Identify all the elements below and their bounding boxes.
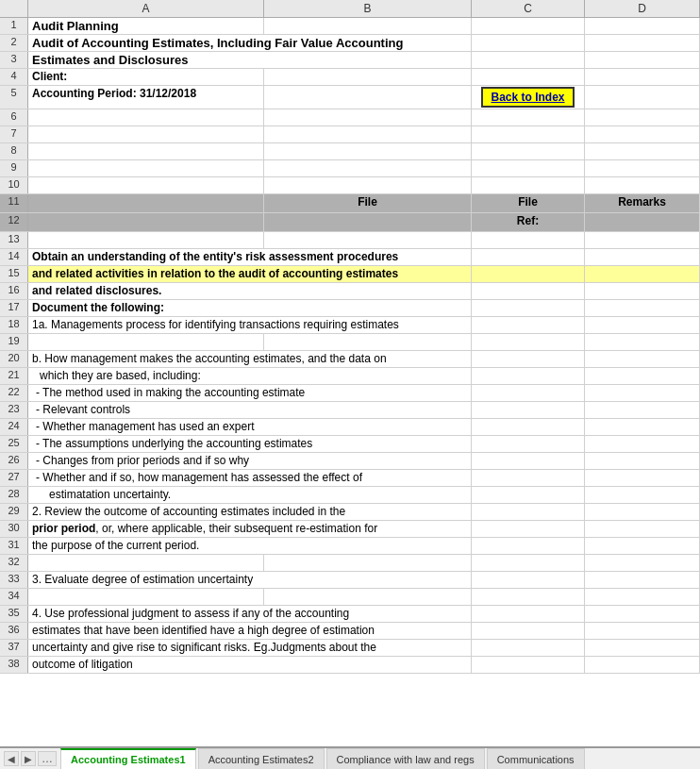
row-num-16: 16 — [0, 283, 28, 299]
cell-26a: - Changes from prior periods and if so w… — [28, 453, 472, 469]
cell-7a — [28, 126, 264, 142]
cell-2c — [472, 35, 585, 51]
row-num-3: 3 — [0, 52, 28, 68]
cell-18d — [585, 317, 700, 333]
row-num-11: 11 — [0, 194, 28, 212]
row-33: 33 3. Evaluate degree of estimation unce… — [0, 572, 700, 589]
cell-35d — [585, 606, 700, 622]
tab-prev-arrow[interactable]: ◀ — [4, 751, 19, 766]
row-36: 36 estimates that have been identified h… — [0, 623, 700, 640]
cell-19a — [28, 334, 264, 350]
row-23: 23 - Relevant controls — [0, 402, 700, 419]
row-num-35: 35 — [0, 606, 28, 622]
cell-12c: Ref: — [472, 213, 585, 231]
cell-2d — [585, 35, 700, 51]
cell-31d — [585, 538, 700, 554]
cell-31a: the purpose of the current period. — [28, 538, 472, 554]
cell-33d — [585, 572, 700, 588]
cell-9d — [585, 160, 700, 176]
cell-26c — [472, 453, 585, 469]
cell-25c — [472, 436, 585, 452]
cell-5d — [585, 86, 700, 109]
col-header-c: C — [472, 0, 585, 17]
cell-24d — [585, 419, 700, 435]
cell-30a: prior period, or, where applicable, thei… — [28, 521, 472, 537]
tab-accounting-estimates1[interactable]: Accounting Estimates1 — [60, 748, 196, 769]
cell-36a: estimates that have been identified have… — [28, 623, 472, 639]
row-24: 24 - Whether management has used an expe… — [0, 419, 700, 436]
cell-34b — [264, 589, 472, 605]
row-38: 38 outcome of litigation — [0, 657, 700, 674]
tab-more-dots[interactable]: … — [38, 751, 57, 766]
cell-28d — [585, 487, 700, 503]
cell-3c — [472, 52, 585, 68]
cell-15d — [585, 266, 700, 282]
cell-1b — [264, 18, 472, 34]
cell-7d — [585, 126, 700, 142]
row-31: 31 the purpose of the current period. — [0, 538, 700, 555]
row-num-1: 1 — [0, 18, 28, 34]
cell-33a: 3. Evaluate degree of estimation uncerta… — [28, 572, 472, 588]
row-num-31: 31 — [0, 538, 28, 554]
cell-22a: - The method used in making the accounti… — [28, 385, 472, 401]
tab-communications[interactable]: Communications — [487, 748, 585, 769]
cell-13b — [264, 232, 472, 248]
row-num-21: 21 — [0, 368, 28, 384]
cell-29c — [472, 504, 585, 520]
cell-9b — [264, 160, 472, 176]
cell-6a — [28, 109, 264, 125]
tab-compliance[interactable]: Compliance with law and regs — [326, 748, 485, 769]
cell-23c — [472, 402, 585, 418]
row-num-15: 15 — [0, 266, 28, 282]
row-num-25: 25 — [0, 436, 28, 452]
back-to-index-button[interactable]: Back to Index — [481, 87, 574, 108]
cell-17c — [472, 300, 585, 316]
cell-3a: Estimates and Disclosures — [28, 52, 472, 68]
cell-10a — [28, 177, 264, 193]
tab-next-arrow[interactable]: ▶ — [21, 751, 36, 766]
row-10: 10 — [0, 177, 700, 194]
cell-37d — [585, 640, 700, 656]
cell-35c — [472, 606, 585, 622]
cell-36d — [585, 623, 700, 639]
row-9: 9 — [0, 160, 700, 177]
tab-accounting-estimates2[interactable]: Accounting Estimates2 — [198, 748, 325, 769]
row-num-26: 26 — [0, 453, 28, 469]
cell-28a: estimatation uncertainty. — [28, 487, 472, 503]
row-num-38: 38 — [0, 657, 28, 673]
cell-4a: Client: — [28, 69, 264, 85]
cell-13c — [472, 232, 585, 248]
cell-12a — [28, 213, 264, 231]
row-28: 28 estimatation uncertainty. — [0, 487, 700, 504]
cell-11b: File — [264, 194, 472, 212]
cell-2a: Audit of Accounting Estimates, Including… — [28, 35, 472, 51]
cell-17a: Document the following: — [28, 300, 472, 316]
cell-4c — [472, 69, 585, 85]
cell-14c — [472, 249, 585, 265]
cell-13a — [28, 232, 264, 248]
row-num-4: 4 — [0, 69, 28, 85]
cell-35a: 4. Use professional judgment to assess i… — [28, 606, 472, 622]
row-32: 32 — [0, 555, 700, 572]
cell-21a: which they are based, including: — [28, 368, 472, 384]
cell-17d — [585, 300, 700, 316]
cell-9a — [28, 160, 264, 176]
cell-34a — [28, 589, 264, 605]
row-5: 5 Accounting Period: 31/12/2018 Back to … — [0, 86, 700, 109]
cell-25a: - The assumptions underlying the account… — [28, 436, 472, 452]
cell-22d — [585, 385, 700, 401]
cell-27d — [585, 470, 700, 486]
row-num-5: 5 — [0, 86, 28, 109]
row-num-36: 36 — [0, 623, 28, 639]
row-11: 11 File File Remarks — [0, 194, 700, 213]
row-7: 7 — [0, 126, 700, 143]
row-num-20: 20 — [0, 351, 28, 367]
row-22: 22 - The method used in making the accou… — [0, 385, 700, 402]
row-15: 15 and related activities in relation to… — [0, 266, 700, 283]
row-num-23: 23 — [0, 402, 28, 418]
col-header-b: B — [264, 0, 472, 17]
cell-21c — [472, 368, 585, 384]
cell-8d — [585, 143, 700, 159]
cell-3d — [585, 52, 700, 68]
row-num-7: 7 — [0, 126, 28, 142]
